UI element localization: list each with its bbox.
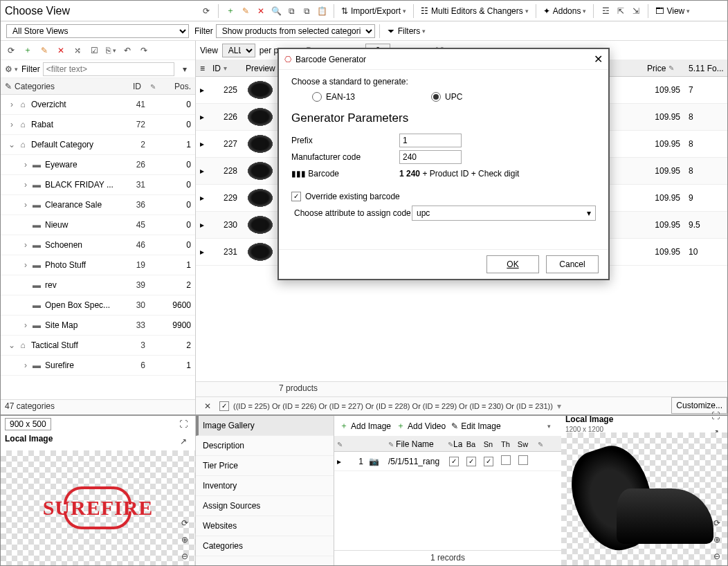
cb-sn[interactable] <box>484 457 493 466</box>
fb-caret-icon[interactable]: ▾ <box>557 401 561 411</box>
refresh-icon[interactable]: ⟳ <box>199 3 214 19</box>
sb-swap-icon[interactable]: ⤭ <box>70 43 85 58</box>
addons-menu[interactable]: ✦Addons <box>540 6 590 16</box>
br-refresh-icon[interactable]: ⟳ <box>709 515 725 531</box>
gh-fo[interactable]: 5.11 Fo... <box>684 64 723 73</box>
layout-icon-2[interactable]: ⇱ <box>613 3 628 19</box>
expand-icon[interactable]: › <box>20 260 31 270</box>
tree-row[interactable]: ›▬Clearance Sale360 <box>1 195 195 215</box>
tree-row[interactable]: ›⌂Overzicht410 <box>1 95 195 115</box>
search-icon[interactable]: 🔍 <box>269 3 284 19</box>
tree-row[interactable]: ▬Open Box Spec...309600 <box>1 295 195 316</box>
filters-button[interactable]: ⏷Filters <box>384 26 429 36</box>
modal-close-icon[interactable]: ✕ <box>594 53 603 66</box>
bl-refresh-icon[interactable]: ⟳ <box>177 515 192 531</box>
expand-icon[interactable]: ⌄ <box>6 140 17 149</box>
sb-edit-icon[interactable]: ✎ <box>37 43 52 58</box>
tree-row[interactable]: ›▬Eyeware260 <box>1 155 195 175</box>
row-expand-icon[interactable]: ▸ <box>196 220 208 230</box>
tree-row[interactable]: ›▬BLACK FRIDAY ...310 <box>1 175 195 195</box>
layout-icon-3[interactable]: ⇲ <box>628 3 644 19</box>
copy2-icon[interactable]: ⧉ <box>299 3 314 19</box>
fc-sv[interactable]: Sw <box>514 440 531 448</box>
fc-file[interactable]: File Name <box>396 439 434 449</box>
bc-more-icon[interactable] <box>540 419 556 434</box>
cb-sv[interactable] <box>518 455 528 465</box>
prefix-input[interactable] <box>399 134 462 147</box>
fc-th[interactable]: Th <box>497 440 514 448</box>
add-icon[interactable]: ＋ <box>223 3 238 19</box>
import-export-menu[interactable]: ⇅Import/Export <box>338 6 409 16</box>
edit-image-button[interactable]: ✎Edit Image <box>451 421 500 431</box>
layout-icon-1[interactable]: ☲ <box>598 3 613 19</box>
radio-ean13[interactable]: EAN-13 <box>312 92 355 102</box>
pg-perpage-select[interactable]: ALL <box>222 44 255 57</box>
tree-row[interactable]: ⌄⌂Tactical Stuff32 <box>1 336 195 356</box>
delete-icon[interactable]: ✕ <box>253 3 269 19</box>
copy-icon[interactable]: ⧉ <box>284 3 299 19</box>
row-expand-icon[interactable]: ▸ <box>196 247 208 257</box>
expand-icon[interactable]: › <box>20 240 31 250</box>
sb-gear-icon[interactable]: ⚙ <box>3 62 19 77</box>
cb-th[interactable] <box>501 455 511 465</box>
tree-row[interactable]: ▬Nieuw450 <box>1 215 195 235</box>
gh-price[interactable]: Price <box>647 64 666 73</box>
fb-close-icon[interactable]: ✕ <box>200 399 215 414</box>
expand-icon[interactable]: › <box>6 100 17 109</box>
multi-editors-menu[interactable]: ☷Multi Editors & Changers <box>418 6 531 16</box>
fc-sn[interactable]: Sn <box>480 440 497 448</box>
expand-icon[interactable]: › <box>20 180 31 190</box>
tab-description[interactable]: Description <box>196 436 334 456</box>
paste-icon[interactable]: 📋 <box>314 3 329 19</box>
expand-icon[interactable]: ⌄ <box>6 340 17 350</box>
fc-la[interactable]: La <box>453 439 462 449</box>
fc-ba[interactable]: Ba <box>462 440 480 448</box>
tab-inventory[interactable]: Inventory <box>196 476 334 496</box>
bl-open-icon[interactable]: ↗ <box>176 434 191 449</box>
sb-filter-input[interactable] <box>43 62 174 76</box>
sb-refresh-icon[interactable]: ⟳ <box>3 43 19 58</box>
attr-select[interactable]: upc▾ <box>412 206 596 221</box>
edit-icon[interactable]: ✎ <box>238 3 253 19</box>
row-expand-icon[interactable]: ▸ <box>196 166 208 176</box>
sb-add-icon[interactable]: ＋ <box>20 43 35 58</box>
view-menu[interactable]: 🗔View <box>653 6 693 16</box>
tree-row[interactable]: ›▬Site Map339900 <box>1 316 195 336</box>
store-view-select[interactable]: All Store Views <box>6 24 189 38</box>
expand-icon[interactable]: › <box>6 120 17 129</box>
fb-enable-checkbox[interactable] <box>219 401 229 411</box>
filter-mode-select[interactable]: Show products from selected categories <box>216 24 375 38</box>
tab-assign-sources[interactable]: Assign Sources <box>196 496 334 516</box>
mfr-input[interactable] <box>399 150 462 164</box>
tab-websites[interactable]: Websites <box>196 516 334 536</box>
br-fullscreen-icon[interactable]: ⛶ <box>708 408 723 423</box>
tree-row[interactable]: ⌄⌂Default Category21 <box>1 135 195 155</box>
gh-preview[interactable]: Preview <box>242 64 277 73</box>
add-image-button[interactable]: ＋Add Image <box>340 420 391 432</box>
tab-tier-price[interactable]: Tier Price <box>196 456 334 476</box>
gh-menu-icon[interactable]: ≡ <box>200 64 205 73</box>
override-checkbox[interactable] <box>291 192 301 201</box>
add-video-button[interactable]: ＋Add Video <box>397 420 446 432</box>
sb-check-icon[interactable]: ☑ <box>87 43 102 58</box>
expand-icon[interactable]: › <box>20 200 31 210</box>
expand-icon[interactable]: › <box>20 160 31 170</box>
expand-icon[interactable]: › <box>20 320 31 330</box>
sb-funnel-icon[interactable]: ▾ <box>177 62 192 77</box>
row-expand-icon[interactable]: ▸ <box>196 112 208 122</box>
br-zoomout-icon[interactable]: ⊖ <box>709 549 725 564</box>
tree-row[interactable]: ›⌂Rabat720 <box>1 115 195 135</box>
tree-row[interactable]: ›▬Schoenen460 <box>1 235 195 255</box>
bl-zoomout-icon[interactable]: ⊖ <box>177 549 192 564</box>
tab-image-gallery[interactable]: Image Gallery <box>196 416 334 436</box>
image-row[interactable]: ▸ 1 📷 /5/1/511_rang <box>334 452 561 471</box>
bl-zoomin-icon[interactable]: ⊕ <box>177 532 192 547</box>
ok-button[interactable]: OK <box>486 255 539 273</box>
sb-redo-icon[interactable]: ↷ <box>136 43 152 58</box>
sb-export-icon[interactable]: ⎘ <box>103 43 118 58</box>
tree-row[interactable]: ›▬Photo Stuff191 <box>1 255 195 275</box>
tree-row[interactable]: ›▬Surefire61 <box>1 356 195 376</box>
bl-fullscreen-icon[interactable]: ⛶ <box>176 417 191 432</box>
gh-id[interactable]: ID <box>212 64 221 73</box>
radio-upc[interactable]: UPC <box>431 92 462 102</box>
